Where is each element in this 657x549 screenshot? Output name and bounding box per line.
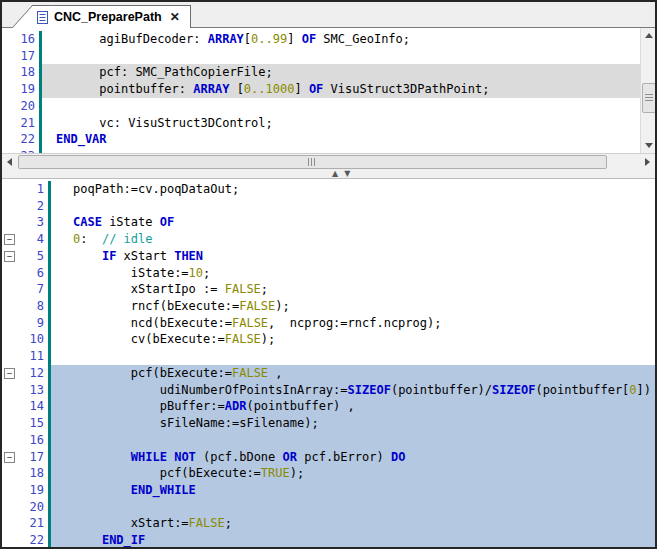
scroll-right-icon[interactable] bbox=[640, 154, 655, 169]
line-number: 6 bbox=[18, 265, 48, 282]
code-text[interactable] bbox=[42, 98, 640, 115]
code-text[interactable]: vc: VisuStruct3DControl; bbox=[42, 115, 640, 132]
scroll-down-icon[interactable] bbox=[641, 138, 655, 153]
code-line[interactable]: 20 bbox=[2, 98, 640, 115]
fold-margin: − bbox=[2, 248, 18, 265]
code-text[interactable]: END_IF bbox=[51, 532, 655, 548]
code-line[interactable]: −12 pcf(bExecute:=FALSE , bbox=[2, 365, 655, 382]
code-line[interactable]: 14 pBuffer:=ADR(pointbuffer) , bbox=[2, 398, 655, 415]
collapse-icon[interactable]: − bbox=[4, 452, 15, 463]
line-number: 17 bbox=[18, 449, 48, 466]
line-number: 14 bbox=[18, 398, 48, 415]
pane-splitter[interactable]: ▲ ▼ bbox=[2, 169, 655, 179]
code-line[interactable]: 11 bbox=[2, 348, 655, 365]
fold-margin: − bbox=[2, 449, 18, 466]
code-line[interactable]: 15 sFileName:=sFilename); bbox=[2, 415, 655, 432]
vertical-scroll-thumb[interactable] bbox=[642, 83, 655, 113]
code-text[interactable]: agiBufDecoder: ARRAY[0..99] OF SMC_GeoIn… bbox=[42, 31, 640, 48]
code-text[interactable]: xStartIpo := FALSE; bbox=[51, 281, 655, 298]
code-text[interactable]: pcf(bExecute:=FALSE , bbox=[51, 365, 655, 382]
line-number: 21 bbox=[6, 115, 39, 132]
vertical-scrollbar[interactable] bbox=[640, 28, 655, 153]
line-number: 18 bbox=[6, 64, 39, 81]
declaration-editor[interactable]: 16 agiBufDecoder: ARRAY[0..99] OF SMC_Ge… bbox=[2, 28, 655, 153]
code-text[interactable] bbox=[51, 198, 655, 215]
code-text[interactable]: pcf: SMC_PathCopierFile; bbox=[42, 64, 640, 81]
code-line[interactable]: 18 pcf: SMC_PathCopierFile; bbox=[2, 64, 640, 81]
code-line[interactable]: −17 WHILE NOT (pcf.bDone OR pcf.bError) … bbox=[2, 449, 655, 466]
tab-close-icon[interactable]: ✕ bbox=[170, 11, 180, 23]
code-line[interactable]: 19 pointbuffer: ARRAY [0..1000] OF VisuS… bbox=[2, 81, 640, 98]
code-line[interactable]: 19 END_WHILE bbox=[2, 482, 655, 499]
scroll-left-icon[interactable] bbox=[2, 154, 17, 169]
code-text[interactable]: xStart:=FALSE; bbox=[51, 515, 655, 532]
fold-margin bbox=[2, 432, 18, 449]
tab-cnc-preparepath[interactable]: CNC_PreparePath ✕ bbox=[32, 5, 191, 28]
splitter-collapse-up-icon[interactable]: ▲ bbox=[332, 170, 338, 178]
code-text[interactable]: CASE iState OF bbox=[51, 214, 655, 231]
line-number: 13 bbox=[18, 382, 48, 399]
code-line[interactable]: 16 bbox=[2, 432, 655, 449]
code-line[interactable]: 9 ncd(bExecute:=FALSE, ncprog:=rncf.ncpr… bbox=[2, 315, 655, 332]
line-number: 16 bbox=[18, 432, 48, 449]
declaration-pane[interactable]: 16 agiBufDecoder: ARRAY[0..99] OF SMC_Ge… bbox=[2, 28, 640, 153]
code-line[interactable]: −40: // idle bbox=[2, 231, 655, 248]
code-line[interactable]: 3CASE iState OF bbox=[2, 214, 655, 231]
line-number: 12 bbox=[18, 365, 48, 382]
code-line[interactable]: 7 xStartIpo := FALSE; bbox=[2, 281, 655, 298]
code-line[interactable]: 21 vc: VisuStruct3DControl; bbox=[2, 115, 640, 132]
collapse-icon[interactable]: − bbox=[4, 368, 15, 379]
implementation-editor[interactable]: 1poqPath:=cv.poqDataOut;23CASE iState OF… bbox=[2, 179, 655, 548]
code-line[interactable]: 20 bbox=[2, 499, 655, 516]
code-text[interactable] bbox=[51, 499, 655, 516]
code-text[interactable]: IF xStart THEN bbox=[51, 248, 655, 265]
collapse-icon[interactable]: − bbox=[4, 234, 15, 245]
code-line[interactable]: 8 rncf(bExecute:=FALSE); bbox=[2, 298, 655, 315]
fold-margin bbox=[2, 281, 18, 298]
fold-margin bbox=[2, 265, 18, 282]
code-line[interactable]: 16 agiBufDecoder: ARRAY[0..99] OF SMC_Ge… bbox=[2, 31, 640, 48]
code-line[interactable]: 10 cv(bExecute:=FALSE); bbox=[2, 331, 655, 348]
code-text[interactable]: poqPath:=cv.poqDataOut; bbox=[51, 181, 655, 198]
code-text[interactable] bbox=[51, 432, 655, 449]
line-number: 15 bbox=[18, 415, 48, 432]
code-line[interactable]: 1poqPath:=cv.poqDataOut; bbox=[2, 181, 655, 198]
code-text[interactable] bbox=[51, 348, 655, 365]
code-text[interactable]: sFileName:=sFilename); bbox=[51, 415, 655, 432]
code-text[interactable]: END_VAR bbox=[42, 131, 640, 148]
code-text[interactable]: udiNumberOfPointsInArray:=SIZEOF(pointbu… bbox=[51, 382, 655, 399]
code-line[interactable]: 17 bbox=[2, 48, 640, 65]
code-text[interactable]: 0: // idle bbox=[51, 231, 655, 248]
code-line[interactable]: 13 udiNumberOfPointsInArray:=SIZEOF(poin… bbox=[2, 382, 655, 399]
code-line[interactable]: 22END_VAR bbox=[2, 131, 640, 148]
code-line[interactable]: 2 bbox=[2, 198, 655, 215]
code-text[interactable]: iState:=10; bbox=[51, 265, 655, 282]
line-number: 7 bbox=[18, 281, 48, 298]
implementation-pane[interactable]: 1poqPath:=cv.poqDataOut;23CASE iState OF… bbox=[2, 179, 655, 548]
fold-margin bbox=[2, 315, 18, 332]
splitter-collapse-down-icon[interactable]: ▼ bbox=[344, 170, 350, 178]
code-text[interactable]: pointbuffer: ARRAY [0..1000] OF VisuStru… bbox=[42, 81, 640, 98]
fold-margin bbox=[2, 398, 18, 415]
code-line[interactable]: 6 iState:=10; bbox=[2, 265, 655, 282]
code-text[interactable] bbox=[42, 48, 640, 65]
scrollbar-grip bbox=[308, 158, 316, 166]
code-line[interactable]: −5 IF xStart THEN bbox=[2, 248, 655, 265]
code-text[interactable]: ncd(bExecute:=FALSE, ncprog:=rncf.ncprog… bbox=[51, 315, 655, 332]
code-line[interactable]: 22 END_IF bbox=[2, 532, 655, 548]
scroll-up-icon[interactable] bbox=[641, 28, 655, 43]
code-text[interactable]: WHILE NOT (pcf.bDone OR pcf.bError) DO bbox=[51, 449, 655, 466]
code-text[interactable]: END_WHILE bbox=[51, 482, 655, 499]
collapse-icon[interactable]: − bbox=[4, 251, 15, 262]
code-text[interactable]: rncf(bExecute:=FALSE); bbox=[51, 298, 655, 315]
code-text[interactable]: pBuffer:=ADR(pointbuffer) , bbox=[51, 398, 655, 415]
fold-margin: − bbox=[2, 231, 18, 248]
fold-margin bbox=[2, 482, 18, 499]
code-line[interactable]: 18 pcf(bExecute:=TRUE); bbox=[2, 465, 655, 482]
line-number: 20 bbox=[18, 499, 48, 516]
code-text[interactable]: cv(bExecute:=FALSE); bbox=[51, 331, 655, 348]
code-line[interactable]: 21 xStart:=FALSE; bbox=[2, 515, 655, 532]
horizontal-scrollbar[interactable] bbox=[2, 153, 655, 169]
horizontal-scroll-thumb[interactable] bbox=[18, 155, 607, 169]
code-text[interactable]: pcf(bExecute:=TRUE); bbox=[51, 465, 655, 482]
